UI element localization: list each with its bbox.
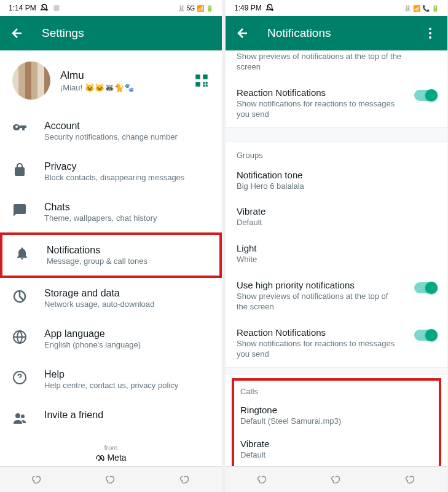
item-subtitle: Default: [240, 450, 433, 461]
qr-icon[interactable]: [194, 73, 210, 89]
item-subtitle: White: [237, 254, 436, 265]
item-subtitle: Default: [237, 217, 436, 228]
item-title: Privacy: [44, 161, 210, 172]
calls-header: Calls: [234, 381, 439, 399]
notifications-screen: 1:49 PM 🐰 📶 📞 🔋 Notifications Show previ…: [226, 0, 447, 492]
toggle-switch[interactable]: [414, 282, 436, 293]
item-title: Use high priority notifications: [237, 280, 408, 290]
calls-vibrate-item[interactable]: Vibrate Default: [234, 432, 439, 466]
toggle-switch[interactable]: [414, 90, 436, 101]
toggle-switch[interactable]: [414, 330, 436, 341]
item-title: Vibrate: [237, 206, 436, 216]
meta-text: Meta: [107, 453, 126, 462]
svg-rect-0: [53, 5, 59, 10]
nav-home-icon[interactable]: [104, 473, 117, 486]
page-title: Settings: [42, 26, 84, 40]
svg-rect-5: [206, 85, 208, 87]
item-subtitle: Message, group & call tones: [47, 256, 207, 266]
volte-icon: 📞: [422, 5, 430, 12]
nav-home-icon[interactable]: [329, 473, 343, 486]
app-icon: [52, 4, 61, 12]
nav-recents-icon[interactable]: [30, 473, 44, 486]
item-subtitle: Big Hero 6 balalala: [237, 181, 436, 192]
svg-rect-2: [203, 74, 208, 79]
key-icon: [12, 122, 27, 137]
item-subtitle: Default (Steel Samurai.mp3): [240, 416, 433, 427]
back-icon[interactable]: [235, 26, 250, 41]
svg-rect-4: [203, 82, 205, 84]
system-nav-bar: [0, 466, 222, 492]
item-subtitle: Network usage, auto-download: [44, 300, 210, 309]
meta-icon: [95, 453, 105, 462]
calls-ringtone-item[interactable]: Ringtone Default (Steel Samurai.mp3): [234, 399, 439, 433]
help-icon: [12, 370, 27, 385]
group-tone-item[interactable]: Notification tone Big Hero 6 balalala: [226, 162, 447, 199]
storage-item[interactable]: Storage and data Network usage, auto-dow…: [0, 278, 222, 319]
highlight-calls: Calls Ringtone Default (Steel Samurai.mp…: [232, 378, 441, 466]
item-title: Storage and data: [44, 288, 210, 299]
svg-point-16: [429, 36, 431, 39]
system-nav-bar: [226, 466, 447, 492]
settings-content[interactable]: Almu ¡Miau! 😺🐱🦝🐈🐾 Account Security notif…: [0, 50, 222, 466]
status-time: 1:49 PM: [234, 4, 262, 12]
group-vibrate-item[interactable]: Vibrate Default: [226, 199, 447, 236]
item-subtitle: Help centre, contact us, privacy policy: [44, 381, 210, 390]
svg-point-12: [15, 413, 20, 418]
item-subtitle: Show previews of notifications at the to…: [237, 291, 408, 312]
svg-point-15: [429, 32, 431, 34]
section-separator: [226, 367, 447, 375]
back-icon[interactable]: [10, 26, 25, 41]
item-title: App language: [44, 328, 210, 339]
item-subtitle: Block contacts, disappearing messages: [44, 173, 210, 182]
svg-rect-1: [195, 74, 200, 79]
highlight-notifications: Notifications Message, group & call tone…: [0, 232, 222, 278]
status-bar: 1:49 PM 🐰 📶 📞 🔋: [226, 0, 447, 16]
bell-icon: [15, 246, 29, 261]
help-item[interactable]: Help Help centre, contact us, privacy po…: [0, 359, 222, 400]
item-subtitle: Theme, wallpapers, chat history: [44, 213, 210, 223]
notifications-content[interactable]: Show previews of notifications at the to…: [226, 50, 447, 466]
status-time: 1:14 PM: [9, 4, 36, 12]
account-item[interactable]: Account Security notifications, change n…: [0, 111, 222, 151]
reaction-notifications-item[interactable]: Reaction Notifications Show notification…: [226, 80, 447, 127]
item-title: Account: [44, 121, 210, 132]
item-title: Invite a friend: [44, 410, 210, 421]
item-subtitle: Show notifications for reactions to mess…: [237, 338, 408, 360]
from-label: from: [0, 444, 222, 451]
signal-icon: 📶: [413, 5, 420, 12]
groups-header: Groups: [226, 142, 447, 162]
privacy-item[interactable]: Privacy Block contacts, disappearing mes…: [0, 151, 222, 192]
item-title: Notification tone: [237, 170, 436, 180]
language-item[interactable]: App language English (phone's language): [0, 319, 222, 359]
data-usage-icon: [12, 289, 27, 304]
item-subtitle: Security notifications, change number: [44, 132, 210, 141]
signal-icon: 📶: [197, 5, 204, 12]
item-subtitle: Show notifications for reactions to mess…: [237, 98, 408, 120]
page-title: Notifications: [267, 26, 331, 40]
notifications-item[interactable]: Notifications Message, group & call tone…: [2, 235, 219, 276]
chat-icon: [12, 203, 27, 218]
settings-screen: 1:14 PM 🐰 5G 📶 🔋 Settings Almu: [0, 0, 222, 492]
item-subtitle: English (phone's language): [44, 340, 210, 349]
nav-back-icon[interactable]: [404, 473, 417, 486]
more-icon[interactable]: [423, 26, 438, 41]
chats-item[interactable]: Chats Theme, wallpapers, chat history: [0, 192, 222, 232]
network-label: 5G: [187, 5, 195, 12]
nav-back-icon[interactable]: [178, 473, 192, 486]
partial-text: Show previews of notifications at the to…: [226, 50, 447, 80]
avatar: [12, 62, 50, 100]
item-title: Reaction Notifications: [237, 87, 408, 98]
battery-icon: 🔋: [206, 5, 213, 12]
group-light-item[interactable]: Light White: [226, 236, 447, 272]
battery-icon: 🔋: [431, 5, 439, 12]
group-highprio-item[interactable]: Use high priority notifications Show pre…: [226, 272, 447, 320]
item-title: Reaction Notifications: [237, 327, 408, 338]
profile-row[interactable]: Almu ¡Miau! 😺🐱🦝🐈🐾: [0, 50, 222, 111]
invite-item[interactable]: Invite a friend: [0, 400, 222, 435]
dnd-icon: [40, 4, 49, 12]
dnd-icon: [265, 4, 274, 12]
group-reaction-item[interactable]: Reaction Notifications Show notification…: [226, 320, 447, 367]
svg-point-13: [21, 415, 25, 418]
svg-point-14: [429, 28, 431, 30]
nav-recents-icon[interactable]: [256, 473, 269, 486]
